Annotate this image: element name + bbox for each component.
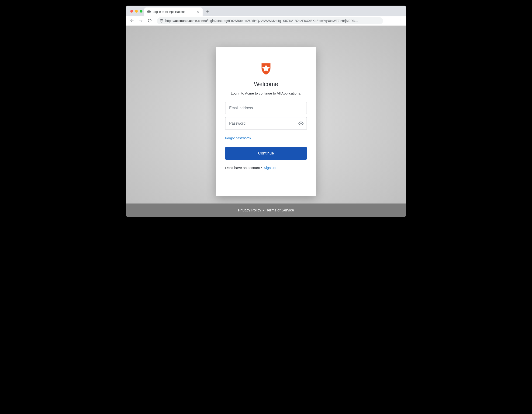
signup-row: Don't have an account? Sign up: [225, 166, 276, 170]
tab-strip: Log in to All Applications: [126, 6, 406, 16]
globe-icon: [147, 10, 151, 14]
window-close-button[interactable]: [130, 10, 133, 13]
login-card: Welcome Log in to Acme to continue to Al…: [216, 47, 316, 196]
login-form: Forgot password? Continue Don't have an …: [225, 102, 307, 170]
forward-button[interactable]: [137, 17, 144, 24]
privacy-policy-link[interactable]: Privacy Policy: [238, 208, 261, 212]
svg-point-12: [400, 21, 400, 22]
email-field[interactable]: [225, 102, 307, 114]
address-bar[interactable]: https://accounts.acme.com/u/login?state=…: [157, 17, 383, 24]
back-button[interactable]: [128, 17, 135, 24]
svg-point-10: [400, 19, 400, 20]
url-text: https://accounts.acme.com/u/login?state=…: [165, 19, 380, 23]
tab-title: Log in to All Applications: [153, 10, 194, 14]
signup-link[interactable]: Sign up: [264, 166, 276, 170]
password-wrapper: [225, 117, 307, 133]
password-field[interactable]: [225, 117, 307, 130]
shield-star-logo-icon: [259, 62, 273, 75]
tab-close-button[interactable]: [196, 10, 200, 14]
svg-point-13: [300, 123, 302, 124]
browser-tab[interactable]: Log in to All Applications: [144, 8, 203, 16]
browser-window: Log in to All Applications https://accou…: [126, 6, 406, 217]
continue-button[interactable]: Continue: [225, 147, 307, 160]
browser-menu-button[interactable]: [397, 17, 404, 24]
forgot-password-link[interactable]: Forgot password?: [225, 136, 251, 140]
new-tab-button[interactable]: [204, 8, 211, 15]
signup-prompt: Don't have an account?: [225, 166, 262, 170]
window-minimize-button[interactable]: [135, 10, 138, 13]
login-subtitle: Log in to Acme to continue to All Applic…: [231, 91, 301, 95]
svg-point-11: [400, 20, 400, 21]
window-controls: [128, 10, 144, 16]
terms-of-service-link[interactable]: Terms of Service: [266, 208, 294, 212]
show-password-icon[interactable]: [298, 121, 304, 127]
site-info-icon[interactable]: [160, 19, 163, 23]
window-maximize-button[interactable]: [140, 10, 142, 13]
footer-separator: •: [263, 208, 264, 212]
reload-button[interactable]: [146, 17, 153, 24]
welcome-heading: Welcome: [254, 81, 278, 88]
footer: Privacy Policy • Terms of Service: [126, 204, 406, 217]
page-content: Welcome Log in to Acme to continue to Al…: [126, 26, 406, 217]
nav-bar: https://accounts.acme.com/u/login?state=…: [126, 16, 406, 26]
